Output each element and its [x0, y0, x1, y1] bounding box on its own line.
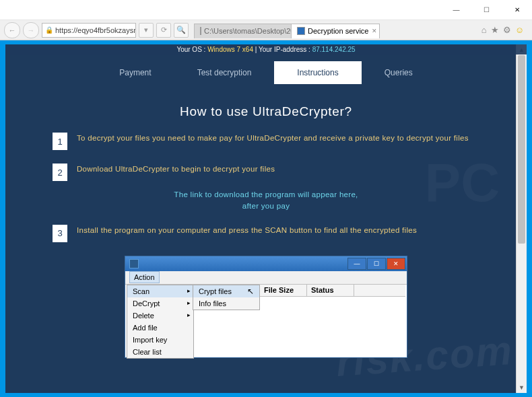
tab-label: Decryption service	[308, 27, 368, 35]
action-dropdown: Scan DeCrypt Delete Add file Import key …	[127, 285, 194, 359]
ip-label: Your IP-address :	[259, 46, 310, 53]
nav-payment[interactable]: Payment	[96, 61, 174, 84]
search-button[interactable]: 🔍	[174, 23, 189, 38]
menu-item-decrypt[interactable]: DeCrypt	[127, 297, 193, 310]
window-minimize-button[interactable]: —	[441, 1, 471, 20]
submenu-crypt-files[interactable]: Crypt files ↖	[193, 285, 259, 297]
menu-item-clear-list[interactable]: Clear list	[127, 346, 193, 358]
menu-action[interactable]: Action	[129, 271, 160, 283]
page-content: PC risk.com Your OS : Windows 7 x64 | Yo…	[0, 40, 532, 397]
menu-item-import-key[interactable]: Import key	[127, 334, 193, 346]
tab-label: C:\Users\tomas\Desktop\2016-...	[204, 27, 292, 35]
favicon-icon	[297, 27, 305, 35]
step-text: Download UltraDeCrypter to begin to decr…	[77, 164, 275, 174]
scan-submenu: Crypt files ↖ Info files	[193, 285, 260, 310]
toolbar-right: ⌂ ★ ⚙ ☺	[481, 25, 528, 35]
menu-item-delete[interactable]: Delete	[127, 310, 193, 322]
info-line: Your OS : Windows 7 x64 | Your IP-addres…	[5, 44, 527, 55]
steps-list: 3 Install the program on your computer a…	[5, 225, 527, 242]
inner-titlebar: — ☐ ✕	[125, 256, 407, 271]
browser-tab[interactable]: Decryption service ✕	[291, 24, 380, 38]
window-titlebar: — ☐ ✕	[0, 0, 532, 20]
step-row: 3 Install the program on your computer a…	[53, 225, 479, 242]
favicon-icon	[200, 27, 201, 35]
inner-app-icon	[129, 259, 139, 268]
col-file-size[interactable]: File Size	[260, 285, 307, 296]
browser-tab[interactable]: C:\Users\tomas\Desktop\2016-...	[194, 24, 292, 38]
browser-toolbar: ← → 🔒 https://eqyo4fbr5okzaysm.o... ▾ ⟳ …	[0, 20, 532, 40]
os-label: Your OS :	[176, 46, 205, 53]
forward-button[interactable]: →	[23, 22, 39, 38]
page-scrollbar[interactable]: ▲ ▼	[516, 44, 527, 393]
home-icon[interactable]: ⌂	[481, 25, 487, 35]
download-link-placeholder: The link to download the program will ap…	[5, 189, 527, 213]
lock-icon: 🔒	[45, 26, 53, 34]
inner-menubar: Action	[125, 271, 407, 285]
url-scheme: https://	[55, 26, 77, 34]
nav-queries[interactable]: Queries	[362, 61, 436, 84]
back-button[interactable]: ←	[4, 22, 20, 38]
step-text: Install the program on your computer and…	[77, 225, 417, 236]
refresh-button[interactable]: ⟳	[156, 23, 171, 38]
inner-close-button[interactable]: ✕	[387, 258, 405, 270]
step-row: 1 To decrypt your files you need to make…	[53, 133, 479, 150]
inner-table-header: File Size Status	[260, 285, 405, 297]
step-number: 2	[53, 164, 67, 181]
emoji-icon[interactable]: ☺	[515, 25, 524, 35]
inner-minimize-button[interactable]: —	[347, 258, 366, 270]
window-maximize-button[interactable]: ☐	[471, 1, 502, 20]
url-text: eqyo4fbr5okzaysm.o...	[77, 26, 136, 34]
tab-strip: C:\Users\tomas\Desktop\2016-... Decrypti…	[194, 22, 479, 38]
inner-body: Scan DeCrypt Delete Add file Import key …	[125, 285, 407, 357]
favorites-icon[interactable]: ★	[491, 25, 499, 35]
step-text: To decrypt your files you need to make p…	[77, 133, 469, 143]
ip-value: 87.114.242.25	[312, 46, 356, 53]
col-status[interactable]: Status	[307, 285, 354, 296]
scroll-down-button[interactable]: ▼	[517, 382, 527, 393]
address-bar[interactable]: 🔒 https://eqyo4fbr5okzaysm.o...	[42, 23, 136, 38]
nav-instructions[interactable]: Instructions	[274, 61, 361, 84]
submenu-info-files[interactable]: Info files	[193, 297, 259, 310]
inner-app-window: — ☐ ✕ Action Scan DeCrypt Delete Add fil…	[125, 256, 407, 358]
window-close-button[interactable]: ✕	[502, 1, 532, 20]
mouse-cursor-icon: ↖	[247, 287, 254, 296]
page-title: How to use UltraDeCrypter?	[5, 104, 527, 119]
step-row: 2 Download UltraDeCrypter to begin to de…	[53, 164, 479, 181]
step-number: 1	[53, 133, 67, 150]
settings-icon[interactable]: ⚙	[503, 25, 511, 35]
nav-test-decryption[interactable]: Test decryption	[174, 61, 275, 84]
step-number: 3	[53, 225, 67, 242]
steps-list: 1 To decrypt your files you need to make…	[5, 133, 527, 181]
tab-close-icon[interactable]: ✕	[372, 28, 377, 34]
page-tabs: Payment Test decryption Instructions Que…	[5, 61, 527, 84]
os-value: Windows 7 x64	[207, 46, 253, 53]
menu-item-scan[interactable]: Scan	[127, 285, 193, 297]
inner-maximize-button[interactable]: ☐	[367, 258, 386, 270]
menu-item-add-file[interactable]: Add file	[127, 322, 193, 334]
dropdown-button[interactable]: ▾	[139, 23, 154, 38]
